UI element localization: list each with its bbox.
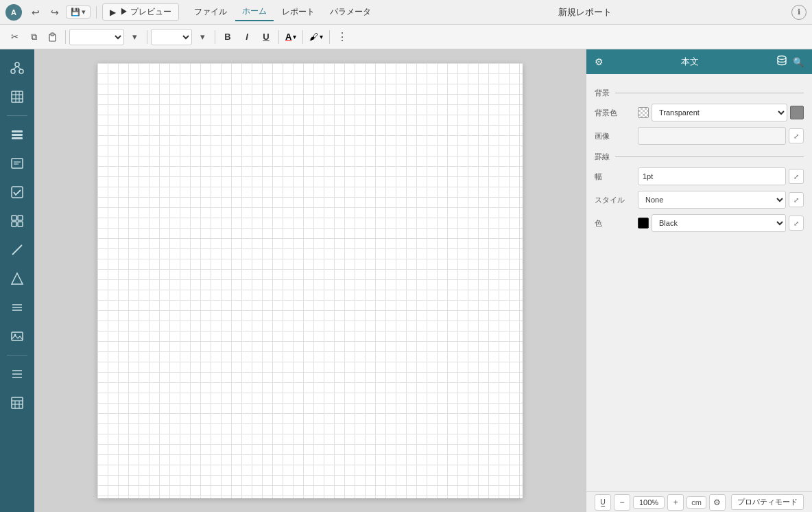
font-size-dropdown[interactable]: ▾ xyxy=(193,28,211,46)
border-color-expand[interactable]: ⤢ xyxy=(789,216,804,231)
svg-rect-20 xyxy=(18,216,23,220)
sidebar-item-menu[interactable] xyxy=(4,361,30,387)
zoom-display: 100% xyxy=(633,496,665,509)
font-family-dropdown[interactable]: ▾ xyxy=(126,28,143,46)
font-size-select[interactable] xyxy=(151,29,192,45)
svg-point-2 xyxy=(15,62,19,67)
svg-rect-28 xyxy=(12,332,23,340)
menu-file[interactable]: ファイル xyxy=(187,3,234,21)
sep-6 xyxy=(329,30,330,44)
app-logo: A xyxy=(5,4,22,21)
italic-button[interactable]: I xyxy=(238,28,256,46)
svg-rect-22 xyxy=(18,222,23,226)
minus-status-btn[interactable]: − xyxy=(614,494,630,511)
props-body: 背景 背景色 Transparent 画像 ⤢ xyxy=(586,74,812,491)
font-color-A: A xyxy=(285,32,291,42)
svg-rect-1 xyxy=(51,33,54,36)
gear-status-btn[interactable]: ⚙ xyxy=(709,494,726,511)
border-color-row: 色 Black White Red ⤢ xyxy=(595,214,804,232)
more-options-button[interactable]: ⋮ xyxy=(333,28,351,46)
props-gear-icon[interactable]: ⚙ xyxy=(595,56,604,67)
save-dropdown-arrow[interactable]: ▾ xyxy=(82,8,86,16)
font-color-dropdown[interactable]: ▾ xyxy=(293,33,296,40)
save-button[interactable]: 💾 ▾ xyxy=(66,5,91,19)
underline-status-btn[interactable]: U̲ xyxy=(595,494,611,511)
redo-button[interactable]: ↪ xyxy=(47,4,63,21)
menu-report[interactable]: レポート xyxy=(275,3,322,21)
info-button[interactable]: ℹ xyxy=(791,5,807,20)
copy-button[interactable]: ⧉ xyxy=(25,28,43,46)
border-color-select[interactable]: Black White Red xyxy=(652,214,786,232)
svg-line-5 xyxy=(13,67,17,69)
svg-rect-18 xyxy=(12,187,23,198)
menu-params[interactable]: パラメータ xyxy=(323,3,378,21)
bg-color-swatch[interactable] xyxy=(790,106,804,119)
props-title: 本文 xyxy=(609,56,771,68)
bg-color-label: 背景色 xyxy=(595,108,632,118)
sidebar-item-shape[interactable] xyxy=(4,266,30,292)
border-width-control: ⤢ xyxy=(638,167,804,185)
status-bar: U̲ − 100% + cm ⚙ プロパティモード xyxy=(586,491,812,512)
canvas-scroll xyxy=(34,49,586,512)
sidebar-item-layers[interactable] xyxy=(4,121,30,148)
border-section-header: 罫線 xyxy=(595,152,804,162)
svg-point-38 xyxy=(778,56,786,60)
bg-color-select[interactable]: Transparent xyxy=(652,104,787,121)
sidebar-item-line[interactable] xyxy=(4,237,30,263)
props-search-icon[interactable]: 🔍 xyxy=(793,57,804,67)
border-style-expand[interactable]: ⤢ xyxy=(789,192,804,207)
bg-section-header: 背景 xyxy=(595,88,804,98)
svg-rect-33 xyxy=(12,397,23,408)
cut-button[interactable]: ✂ xyxy=(5,28,23,46)
plus-status-btn[interactable]: + xyxy=(667,494,684,511)
font-family-select[interactable] xyxy=(69,29,124,45)
svg-marker-24 xyxy=(12,273,23,284)
sidebar-item-image[interactable] xyxy=(4,323,30,349)
preview-button[interactable]: ▶ ▶ プレビュー xyxy=(102,3,179,21)
props-db-icon[interactable] xyxy=(776,55,787,69)
sidebar-item-table[interactable] xyxy=(4,84,30,110)
border-style-select[interactable]: None Solid Dashed xyxy=(638,191,786,209)
sep-3 xyxy=(215,30,215,44)
sidebar xyxy=(0,49,34,512)
play-icon: ▶ xyxy=(110,8,116,17)
sep-4 xyxy=(278,30,279,44)
sidebar-sep-1 xyxy=(7,115,27,116)
save-icon: 💾 xyxy=(71,8,80,16)
image-expand[interactable]: ⤢ xyxy=(789,128,804,143)
canvas-area[interactable] xyxy=(34,49,586,512)
sidebar-item-text[interactable] xyxy=(4,150,30,176)
border-style-row: スタイル None Solid Dashed ⤢ xyxy=(595,191,804,209)
paste-button[interactable] xyxy=(44,28,62,46)
transparent-swatch[interactable] xyxy=(638,107,649,118)
sidebar-item-table2[interactable] xyxy=(4,390,30,416)
sidebar-item-list[interactable] xyxy=(4,294,30,321)
underline-button[interactable]: U xyxy=(257,28,275,46)
sidebar-item-network[interactable] xyxy=(4,55,30,81)
bg-color-button[interactable]: 🖌 ▾ xyxy=(307,30,326,43)
bg-section-line xyxy=(615,93,804,93)
image-control: ⤢ xyxy=(638,127,804,145)
props-mode-button[interactable]: プロパティモード xyxy=(731,494,804,510)
font-color-button[interactable]: A ▾ xyxy=(283,30,299,43)
sidebar-item-check[interactable] xyxy=(4,179,30,205)
bg-section-label: 背景 xyxy=(595,88,610,98)
border-width-input[interactable] xyxy=(638,167,786,185)
bold-button[interactable]: B xyxy=(219,28,237,46)
status-left: U̲ − 100% + cm ⚙ xyxy=(595,494,726,511)
border-width-expand[interactable]: ⤢ xyxy=(789,169,804,184)
sidebar-item-grid[interactable] xyxy=(4,208,30,234)
border-color-swatch[interactable] xyxy=(638,218,649,229)
menu-home[interactable]: ホーム xyxy=(235,3,274,21)
page-canvas[interactable] xyxy=(97,63,523,498)
sidebar-sep-2 xyxy=(7,355,27,356)
main-toolbar: ✂ ⧉ ▾ ▾ B I U A ▾ 🖌 ▾ ⋮ xyxy=(0,25,812,49)
svg-rect-7 xyxy=(12,91,23,102)
title-bar: A ↩ ↪ 💾 ▾ ▶ ▶ プレビュー ファイル ホーム レポート パラメータ … xyxy=(0,0,812,25)
svg-rect-15 xyxy=(12,159,23,168)
image-dropdown[interactable] xyxy=(638,127,786,145)
undo-button[interactable]: ↩ xyxy=(27,4,44,21)
bg-color-dropdown[interactable]: ▾ xyxy=(320,33,323,40)
svg-point-4 xyxy=(19,69,23,73)
border-style-control: None Solid Dashed ⤢ xyxy=(638,191,804,209)
